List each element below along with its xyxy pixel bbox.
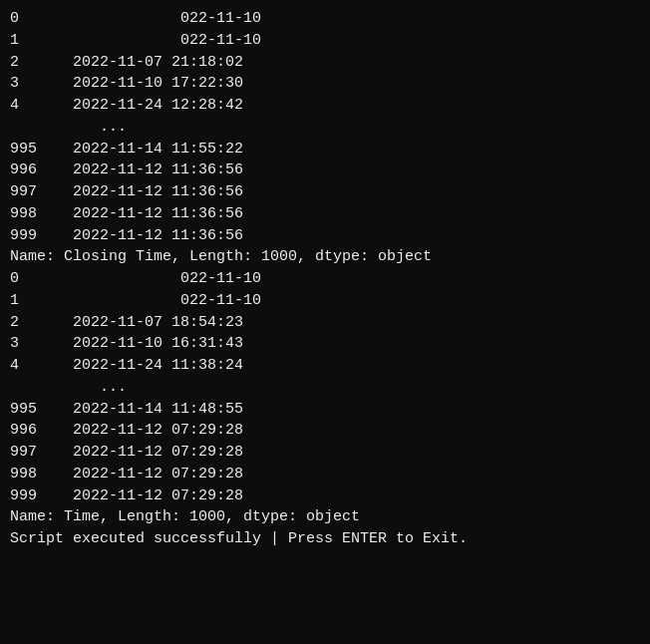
terminal-line: 0 022-11-10	[10, 268, 640, 290]
terminal-line: 997 2022-11-12 11:36:56	[10, 181, 640, 203]
terminal-line: 1 022-11-10	[10, 290, 640, 312]
terminal-line: 999 2022-11-12 07:29:28	[10, 485, 640, 507]
terminal-line: 2 2022-11-07 21:18:02	[10, 52, 640, 74]
terminal-line: 4 2022-11-24 12:28:42	[10, 95, 640, 117]
terminal-line: 995 2022-11-14 11:55:22	[10, 139, 640, 161]
terminal-line: 996 2022-11-12 07:29:28	[10, 420, 640, 442]
terminal-line: ...	[10, 377, 640, 399]
terminal-line: 3 2022-11-10 17:22:30	[10, 73, 640, 95]
terminal-line: 2 2022-11-07 18:54:23	[10, 312, 640, 334]
terminal-line: 1 022-11-10	[10, 30, 640, 52]
terminal-line: Script executed successfully | Press ENT…	[10, 528, 640, 550]
terminal-line: 3 2022-11-10 16:31:43	[10, 333, 640, 355]
terminal-line: 995 2022-11-14 11:48:55	[10, 399, 640, 421]
terminal-line: 996 2022-11-12 11:36:56	[10, 160, 640, 181]
terminal-window: 0 022-11-101 022-11-102 2022-11-07 21:18…	[0, 0, 650, 644]
terminal-line: 997 2022-11-12 07:29:28	[10, 442, 640, 464]
terminal-line: 4 2022-11-24 11:38:24	[10, 355, 640, 377]
terminal-line: Name: Time, Length: 1000, dtype: object	[10, 506, 640, 528]
terminal-line: 998 2022-11-12 11:36:56	[10, 203, 640, 225]
terminal-line: ...	[10, 117, 640, 139]
terminal-line: 998 2022-11-12 07:29:28	[10, 464, 640, 485]
terminal-line: 999 2022-11-12 11:36:56	[10, 225, 640, 247]
terminal-line: 0 022-11-10	[10, 8, 640, 30]
terminal-line: Name: Closing Time, Length: 1000, dtype:…	[10, 246, 640, 268]
